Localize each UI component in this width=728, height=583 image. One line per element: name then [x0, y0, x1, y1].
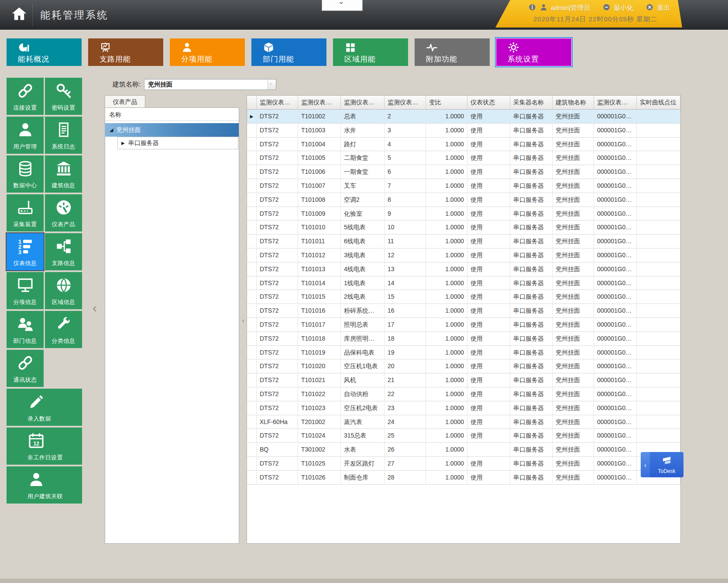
- sidebar-tile-12[interactable]: 部门信息: [7, 311, 44, 348]
- home-button[interactable]: [10, 5, 29, 24]
- table-row-18[interactable]: DTS72T101020空压机1电表201.0000使用串口服务器兖州挂面000…: [247, 359, 680, 373]
- sidebar-tile-15[interactable]: 录入数据: [7, 389, 82, 426]
- table-row-25[interactable]: DTS72T101025开发区路灯271.0000使用串口服务器兖州挂面0000…: [247, 457, 680, 471]
- table-row-2[interactable]: DTS72T101004路灯41.0000使用串口服务器兖州挂面000001G0…: [247, 138, 680, 152]
- nav-tab-6[interactable]: 系统设置: [496, 38, 571, 66]
- table-row-10[interactable]: DTS72T1010123线电表121.0000使用串口服务器兖州挂面00000…: [247, 248, 680, 262]
- table-row-11[interactable]: DTS72T1010134线电表131.0000使用串口服务器兖州挂面00000…: [247, 262, 680, 276]
- table-row-20[interactable]: DTS72T101022自动供粉221.0000使用串口服务器兖州挂面00000…: [247, 387, 680, 401]
- info-icon[interactable]: [528, 3, 536, 13]
- nav-tab-0[interactable]: 能耗概况: [7, 38, 82, 66]
- column-header-2[interactable]: 监测仪表…: [298, 96, 341, 110]
- cell-r9-c8: 000001G0…: [594, 235, 637, 248]
- tree-node-root[interactable]: ◢ 兖州挂面: [105, 123, 239, 137]
- nav-tab-3[interactable]: 部门用能: [251, 38, 326, 66]
- column-header-8[interactable]: 建筑物名称: [553, 96, 594, 110]
- exit-icon[interactable]: [646, 3, 654, 13]
- sidebar-tile-0[interactable]: 连接设置: [7, 78, 44, 115]
- sidebar-tile-10[interactable]: 分项信息: [7, 272, 44, 309]
- cell-r19-c9: [637, 373, 680, 387]
- exit-button[interactable]: 退出: [657, 4, 670, 12]
- table-row-1[interactable]: DTS72T101003水井31.0000使用串口服务器兖州挂面000001G0…: [247, 124, 680, 138]
- table-row-21[interactable]: DTS72T101023空压机2电表231.0000使用串口服务器兖州挂面000…: [247, 401, 680, 415]
- cell-r12-c0: DTS72: [257, 276, 298, 290]
- cell-r25-c4: 1.0000: [426, 457, 467, 471]
- table-row-6[interactable]: DTS72T101008空调281.0000使用串口服务器兖州挂面000001G…: [247, 193, 680, 207]
- table-row-14[interactable]: DTS72T101016粉碎系统…161.0000使用串口服务器兖州挂面0000…: [247, 304, 680, 318]
- sidebar-tile-4[interactable]: 数据中心: [7, 155, 44, 193]
- sidebar-tile-11[interactable]: 区域信息: [45, 272, 82, 309]
- nav-tab-1[interactable]: 支路用能: [88, 38, 163, 66]
- tree-expanded-icon[interactable]: ◢: [110, 127, 113, 133]
- sidebar-tile-8[interactable]: 123仪表信息: [7, 233, 44, 270]
- sidebar-tile-7[interactable]: 仪表产品: [45, 194, 82, 231]
- header-dropdown-button[interactable]: [322, 0, 363, 11]
- nav-tab-5[interactable]: 附加功能: [415, 38, 490, 66]
- cell-r22-c6: 串口服务器: [510, 415, 553, 429]
- panel-splitter-chevron[interactable]: ‹: [240, 314, 246, 326]
- column-header-9[interactable]: 监测仪表…: [594, 96, 637, 110]
- tree-collapsed-icon[interactable]: ▶: [121, 141, 125, 145]
- table-row-5[interactable]: DTS72T101007叉车71.0000使用串口服务器兖州挂面000001G0…: [247, 179, 680, 193]
- tab-meter-products[interactable]: 仪表产品: [105, 95, 145, 108]
- nav-tab-2[interactable]: 分项用能: [170, 38, 245, 66]
- row-indicator: [247, 290, 257, 304]
- table-row-16[interactable]: DTS72T101018库房照明…181.0000使用串口服务器兖州挂面0000…: [247, 332, 680, 346]
- building-name-combobox[interactable]: 兖州挂面: [144, 79, 276, 90]
- sidebar-tile-13[interactable]: 分类信息: [45, 311, 82, 348]
- table-row-8[interactable]: DTS72T1010105线电表101.0000使用串口服务器兖州挂面00000…: [247, 221, 680, 235]
- table-row-17[interactable]: DTS72T101019品保科电表191.0000使用串口服务器兖州挂面0000…: [247, 346, 680, 360]
- cell-r17-c7: 兖州挂面: [553, 346, 594, 360]
- sidebar-tile-3[interactable]: 系统日志: [45, 117, 82, 154]
- cell-r12-c7: 兖州挂面: [553, 276, 594, 290]
- sidebar-tile-9[interactable]: 支路信息: [45, 233, 82, 270]
- sidebar-collapse-chevron[interactable]: ‹: [93, 300, 97, 315]
- row-indicator: [247, 276, 257, 290]
- sidebar-tile-6[interactable]: 采集装置: [7, 194, 44, 231]
- table-row-4[interactable]: DTS72T101006一期食堂61.0000使用串口服务器兖州挂面000001…: [247, 165, 680, 179]
- cell-r23-c6: 串口服务器: [510, 429, 553, 443]
- column-header-7[interactable]: 采集器名称: [510, 96, 553, 110]
- sidebar-tile-1[interactable]: 密码设置: [45, 78, 82, 115]
- column-header-10[interactable]: 实时曲线点位: [637, 96, 680, 110]
- table-row-3[interactable]: DTS72T101005二期食堂51.0000使用串口服务器兖州挂面000001…: [247, 151, 680, 165]
- cell-r17-c6: 串口服务器: [510, 346, 553, 360]
- column-header-0[interactable]: [247, 96, 257, 110]
- nav-tab-4[interactable]: 区域用能: [333, 38, 408, 66]
- todesk-button[interactable]: ToDesk: [650, 452, 683, 477]
- sidebar-tile-label: 分项信息: [14, 298, 37, 306]
- table-row-7[interactable]: DTS72T101009化验室91.0000使用串口服务器兖州挂面000001G…: [247, 207, 680, 221]
- cell-r18-c3: 20: [385, 359, 426, 373]
- cell-r3-c4: 1.0000: [426, 151, 467, 165]
- todesk-collapse-tab[interactable]: ‹: [641, 452, 650, 477]
- minimize-icon[interactable]: [602, 3, 611, 13]
- sidebar-tile-2[interactable]: 用户管理: [7, 117, 44, 154]
- cell-r21-c8: 000001G0…: [594, 401, 637, 415]
- column-header-4[interactable]: 监测仪表…: [385, 96, 426, 110]
- column-header-3[interactable]: 监测仪表…: [341, 96, 385, 110]
- sidebar: 连接设置密码设置用户管理系统日志数据中心建筑信息采集装置仪表产品123仪表信息支…: [7, 78, 82, 504]
- sidebar-tile-16[interactable]: 12非工作日设置: [7, 428, 82, 465]
- table-row-9[interactable]: DTS72T1010116线电表111.0000使用串口服务器兖州挂面00000…: [247, 235, 680, 248]
- tree-node-serial-server[interactable]: ▶ 串口服务器: [117, 137, 238, 149]
- table-row-23[interactable]: DTS72T101024315总表251.0000使用串口服务器兖州挂面0000…: [247, 429, 680, 443]
- table-row-22[interactable]: XLF-60HaT201002蒸汽表241.0000使用串口服务器兖州挂面000…: [247, 415, 680, 429]
- sidebar-tile-17[interactable]: 用户建筑关联: [7, 466, 82, 504]
- column-header-6[interactable]: 仪表状态: [467, 96, 510, 110]
- table-row-13[interactable]: DTS72T1010152线电表151.0000使用串口服务器兖州挂面00000…: [247, 290, 680, 304]
- table-row-12[interactable]: DTS72T1010141线电表141.0000使用串口服务器兖州挂面00000…: [247, 276, 680, 290]
- table-row-15[interactable]: DTS72T101017照明总表171.0000使用串口服务器兖州挂面00000…: [247, 318, 680, 332]
- cell-r13-c3: 15: [385, 290, 426, 304]
- minimize-button[interactable]: 最小化: [614, 4, 633, 12]
- column-header-5[interactable]: 变比: [426, 96, 467, 110]
- sidebar-tile-5[interactable]: 建筑信息: [45, 155, 82, 193]
- combo-dropdown-button[interactable]: [268, 79, 276, 90]
- table-row-0[interactable]: ▶DTS72T101002总表21.0000使用串口服务器兖州挂面000001G…: [247, 110, 680, 124]
- column-header-1[interactable]: 监测仪表…: [257, 96, 298, 110]
- table-row-19[interactable]: DTS72T101021风机211.0000使用串口服务器兖州挂面000001G…: [247, 373, 680, 387]
- sidebar-tile-14[interactable]: 通讯状态: [7, 350, 44, 387]
- table-row-26[interactable]: DTS72T101026制面仓库281.0000使用串口服务器兖州挂面00000…: [247, 471, 680, 485]
- row-indicator: [247, 318, 257, 332]
- table-row-24[interactable]: BQT301002水表261.0000串口服务器兖州挂面000001G0…: [247, 443, 680, 457]
- cell-r0-c4: 1.0000: [426, 110, 467, 124]
